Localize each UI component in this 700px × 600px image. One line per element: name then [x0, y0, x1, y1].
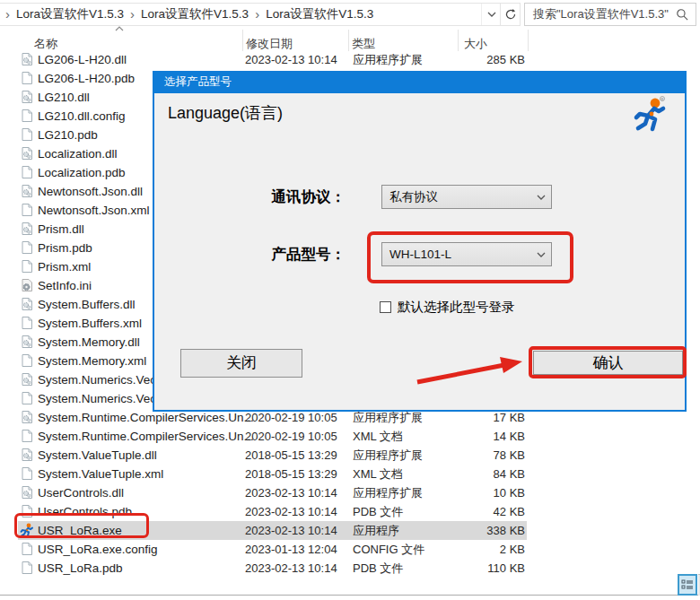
- breadcrumb-segment-1[interactable]: Lora设置软件V1.5.3: [16, 6, 124, 22]
- column-divider[interactable]: [242, 30, 243, 51]
- file-name: Prism.dll: [38, 220, 84, 239]
- file-date: 2018-05-15 13:29: [245, 465, 337, 483]
- model-label: 产品型号：: [184, 245, 346, 265]
- file-date: 2023-02-13 10:14: [245, 559, 337, 578]
- file-name: LG210.dll: [38, 88, 90, 107]
- file-name: System.Memory.dll: [38, 333, 140, 352]
- dialog-title-bar[interactable]: 选择产品型号: [153, 71, 687, 93]
- file-row[interactable]: USR_LoRa.exe.config2023-01-13 12:04CONFI…: [18, 540, 527, 559]
- file-name: Prism.pdb: [38, 239, 92, 257]
- file-name: System.Numerics.Vecto: [38, 370, 166, 389]
- file-name: System.Buffers.dll: [38, 295, 136, 314]
- column-divider[interactable]: [458, 30, 459, 51]
- file-date: 2023-01-13 12:04: [245, 540, 337, 559]
- file-date: 2020-02-19 10:05: [245, 427, 337, 446]
- dll-file-icon: [20, 372, 34, 387]
- dll-file-icon: [20, 146, 34, 161]
- column-divider[interactable]: [348, 30, 349, 51]
- search-placeholder: 搜索"Lora设置软件V1.5.3": [525, 6, 676, 22]
- select-model-dialog: 选择产品型号 Language(语言) R 通讯协议： 私有协议 产品型号： W…: [153, 71, 687, 412]
- file-row[interactable]: LG206-L-H20.dll2023-02-13 10:14应用程序扩展285…: [18, 50, 527, 69]
- chevron-down-icon: [531, 252, 551, 257]
- file-name: System.Numerics.Vecto: [38, 389, 166, 408]
- dll-file-icon: [20, 222, 34, 236]
- file-size: 338 KB: [395, 521, 525, 540]
- file-name: LG210.dll.config: [38, 107, 126, 126]
- protocol-label: 通讯协议：: [184, 187, 346, 207]
- settings-file-icon: [20, 278, 34, 292]
- file-size: 285 KB: [395, 50, 525, 69]
- file-size: 42 KB: [395, 502, 525, 521]
- search-input[interactable]: 搜索"Lora设置软件V1.5.3": [524, 3, 696, 26]
- details-view-button[interactable]: [678, 574, 697, 596]
- file-name: SetInfo.ini: [38, 276, 92, 295]
- model-dropdown-value: WH-L101-L: [382, 248, 531, 261]
- close-button[interactable]: 关闭: [180, 349, 302, 378]
- annotation-box-exe: [14, 513, 149, 538]
- file-row[interactable]: System.Runtime.CompilerServices.Un...202…: [18, 427, 527, 446]
- file-date: 2023-02-13 10:14: [245, 521, 337, 540]
- dll-file-icon: [20, 297, 34, 311]
- file-name: LG210.pdb: [38, 126, 98, 144]
- file-name: Newtonsoft.Json.dll: [38, 182, 143, 201]
- file-type: 应用程序: [353, 521, 399, 540]
- breadcrumb-chevron-icon: ›: [0, 6, 16, 23]
- usr-logo-icon: R: [633, 96, 669, 134]
- model-dropdown[interactable]: WH-L101-L: [381, 242, 552, 266]
- file-name: USR_LoRa.exe.config: [38, 540, 158, 559]
- refresh-icon: [504, 8, 517, 21]
- document-file-icon: [20, 127, 34, 142]
- file-date: 2023-02-13 10:14: [245, 502, 337, 521]
- file-row[interactable]: USR_LoRa.pdb2023-02-13 10:14PDB 文件110 KB: [18, 559, 527, 578]
- statusbar-divider: [0, 595, 700, 596]
- protocol-dropdown[interactable]: 私有协议: [381, 185, 552, 209]
- file-row[interactable]: System.ValueTuple.xml2018-05-15 13:29XML…: [18, 465, 527, 483]
- default-model-checkbox-label: 默认选择此型号登录: [398, 299, 515, 316]
- document-file-icon: [20, 240, 34, 255]
- file-date: 2023-02-13 10:14: [245, 50, 337, 69]
- chevron-down-icon: [531, 195, 551, 200]
- file-date: 2018-05-15 13:29: [245, 446, 337, 465]
- file-size: 10 KB: [395, 483, 525, 502]
- breadcrumb-chevron-icon: ›: [249, 6, 266, 23]
- document-file-icon: [20, 353, 34, 368]
- document-file-icon: [20, 542, 34, 556]
- default-model-checkbox[interactable]: [380, 301, 391, 313]
- file-size: 110 KB: [395, 559, 525, 578]
- file-size: 84 KB: [395, 465, 525, 483]
- document-file-icon: [20, 429, 34, 443]
- sort-ascending-icon[interactable]: [115, 26, 124, 31]
- document-file-icon: [20, 165, 34, 179]
- file-name: Newtonsoft.Json.xml: [38, 201, 150, 220]
- file-name: System.Buffers.xml: [38, 314, 142, 333]
- search-icon[interactable]: [676, 8, 689, 22]
- confirm-button[interactable]: 确认: [533, 351, 683, 375]
- chevron-down-icon: [487, 12, 496, 17]
- breadcrumb-chevron-icon: ›: [124, 6, 141, 23]
- file-name: System.Runtime.CompilerServices.Un...: [38, 427, 254, 446]
- protocol-dropdown-value: 私有协议: [382, 189, 531, 205]
- dll-file-icon: [20, 485, 34, 500]
- file-name: System.Memory.xml: [38, 352, 146, 370]
- refresh-button[interactable]: [501, 3, 521, 26]
- document-file-icon: [20, 391, 34, 405]
- file-name: System.ValueTuple.dll: [38, 446, 157, 465]
- column-divider[interactable]: [528, 30, 529, 51]
- svg-text:R: R: [661, 97, 664, 101]
- address-dropdown-button[interactable]: [481, 4, 501, 25]
- file-row[interactable]: UserControls.dll2023-02-13 10:14应用程序扩展10…: [18, 483, 527, 502]
- file-name: LG206-L-H20.dll: [38, 50, 127, 69]
- file-date: 2023-02-13 10:14: [245, 483, 337, 502]
- file-name: Prism.xml: [38, 257, 91, 276]
- file-name: USR_LoRa.pdb: [38, 559, 123, 578]
- document-file-icon: [20, 561, 34, 575]
- details-view-icon: [681, 578, 694, 591]
- file-explorer-window: › Lora设置软件V1.5.3 › Lora设置软件V1.5.3 › Lora…: [0, 0, 700, 600]
- address-bar[interactable]: › Lora设置软件V1.5.3 › Lora设置软件V1.5.3 › Lora…: [0, 3, 501, 26]
- file-name: LG206-L-H20.pdb: [38, 69, 135, 88]
- breadcrumb-segment-3[interactable]: Lora设置软件V1.5.3: [266, 6, 373, 22]
- document-file-icon: [20, 71, 34, 85]
- dll-file-icon: [20, 335, 34, 349]
- file-row[interactable]: System.ValueTuple.dll2018-05-15 13:29应用程…: [18, 446, 527, 465]
- breadcrumb-segment-2[interactable]: Lora设置软件V1.5.3: [141, 6, 249, 22]
